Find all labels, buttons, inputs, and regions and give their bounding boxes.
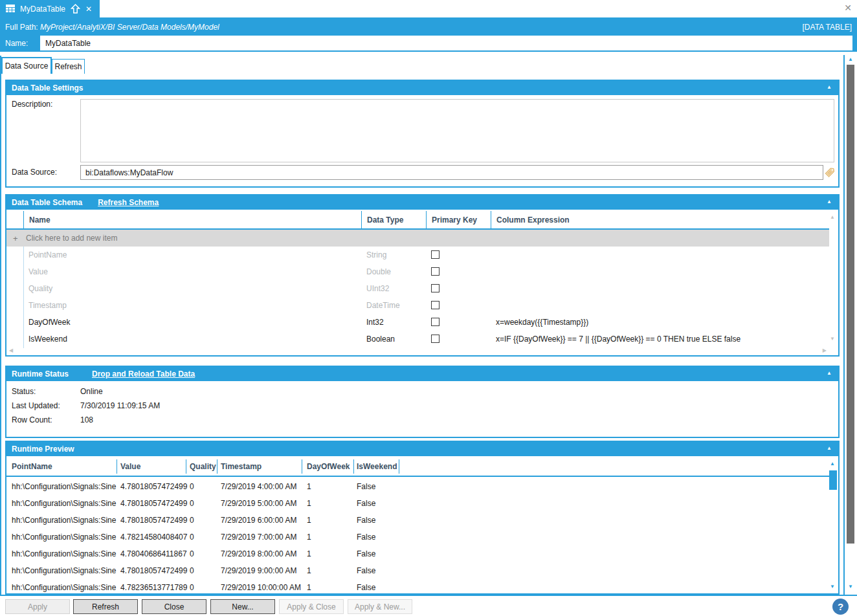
drop-and-reload-link[interactable]: Drop and Reload Table Data <box>92 369 195 379</box>
schema-row-timestamp[interactable]: Timestamp DateTime <box>6 297 829 314</box>
schema-col-expression: Column Expression <box>491 211 829 228</box>
primary-key-checkbox[interactable] <box>431 318 440 326</box>
schema-row-quality[interactable]: Quality UInt32 <box>6 280 829 297</box>
scroll-up-icon[interactable]: ▲ <box>830 215 835 220</box>
preview-col-isweekend: IsWeekend <box>357 457 397 476</box>
schema-col-primary-key: Primary Key <box>426 211 491 228</box>
apply-button: Apply <box>5 599 70 614</box>
scroll-up-icon[interactable]: ▲ <box>830 461 835 467</box>
last-updated-value: 7/30/2019 11:09:15 AM <box>80 401 160 410</box>
full-path-value: MyProject/AnalytiX/BI Server/Data Models… <box>40 23 219 32</box>
collapse-icon[interactable]: ▲ <box>827 446 832 451</box>
document-tab-title: MyDataTable <box>20 5 65 14</box>
full-path-label: Full Path: <box>5 23 38 32</box>
primary-key-checkbox[interactable] <box>431 250 440 259</box>
preview-row: hh:\Configuration\Signals:Sine4.78018057… <box>6 495 831 512</box>
section-data-table-settings: Data Table Settings ▲ Description: Data … <box>5 80 840 188</box>
collapse-icon[interactable]: ▲ <box>827 85 832 90</box>
schema-row-isweekend[interactable]: IsWeekend Boolean x=IF {{DayOfWeek}} == … <box>6 331 829 347</box>
section-runtime-status: Runtime Status Drop and Reload Table Dat… <box>5 366 840 438</box>
preview-col-value: Value <box>120 457 140 476</box>
preview-row: hh:\Configuration\Signals:Sine4.78018057… <box>6 478 831 495</box>
footer-button-bar: Apply Refresh Close New... Apply & Close… <box>0 595 857 616</box>
collapse-icon[interactable]: ▲ <box>827 371 832 376</box>
last-updated-label: Last Updated: <box>12 401 60 410</box>
name-label: Name: <box>5 39 28 48</box>
status-label: Status: <box>12 387 36 396</box>
scroll-left-icon[interactable]: ◀ <box>9 348 13 353</box>
tab-refresh-label: Refresh <box>54 62 82 71</box>
row-count-label: Row Count: <box>12 415 52 424</box>
data-source-label: Data Source: <box>12 168 57 177</box>
row-count-value: 108 <box>80 415 93 424</box>
status-section-title: Runtime Status <box>12 369 69 379</box>
tab-data-source[interactable]: Data Source <box>1 57 52 74</box>
data-source-input[interactable] <box>80 165 823 180</box>
preview-row: hh:\Configuration\Signals:Sine4.78236513… <box>6 579 831 595</box>
primary-key-checkbox[interactable] <box>431 284 440 292</box>
schema-section-title: Data Table Schema <box>12 198 82 207</box>
preview-col-pointname: PointName <box>12 457 52 476</box>
help-icon[interactable]: ? <box>832 599 849 615</box>
preview-section-header: Runtime Preview ▲ <box>6 442 838 456</box>
scroll-right-icon[interactable]: ▶ <box>823 348 827 353</box>
scroll-down-icon[interactable]: ▼ <box>830 336 835 342</box>
preview-row: hh:\Configuration\Signals:Sine4.78214580… <box>6 529 831 545</box>
scroll-down-icon[interactable]: ▼ <box>830 584 835 589</box>
collapse-icon[interactable]: ▲ <box>827 199 832 204</box>
section-data-table-schema: Data Table Schema Refresh Schema ▲ Name … <box>5 194 840 357</box>
document-tabstrip: MyDataTable ✕ ✕ <box>0 0 857 17</box>
header-band: Full Path: MyProject/AnalytiX/BI Server/… <box>0 17 857 52</box>
tag-browse-icon[interactable] <box>824 166 836 180</box>
primary-key-checkbox[interactable] <box>431 267 440 276</box>
new-button[interactable]: New... <box>210 599 275 614</box>
add-new-item-row[interactable]: + Click here to add new item <box>6 230 829 247</box>
primary-key-checkbox[interactable] <box>431 301 440 309</box>
add-new-item-label: Click here to add new item <box>26 234 117 243</box>
schema-section-header: Data Table Schema Refresh Schema ▲ <box>6 195 838 210</box>
navigate-up-icon[interactable] <box>71 4 80 14</box>
settings-section-header: Data Table Settings ▲ <box>6 81 838 95</box>
preview-col-quality: Quality <box>190 457 216 476</box>
preview-row: hh:\Configuration\Signals:Sine4.78018057… <box>6 562 831 579</box>
refresh-schema-link[interactable]: Refresh Schema <box>98 198 159 207</box>
status-section-header: Runtime Status Drop and Reload Table Dat… <box>6 367 838 381</box>
scrollbar-thumb[interactable] <box>847 65 854 544</box>
name-input[interactable] <box>40 36 852 50</box>
item-type-badge: [DATA TABLE] <box>803 23 852 32</box>
description-textarea[interactable] <box>80 99 834 162</box>
scrollbar-thumb[interactable] <box>829 470 837 490</box>
schema-col-data-type: Data Type <box>361 211 426 228</box>
preview-row: hh:\Configuration\Signals:Sine4.78018057… <box>6 512 831 529</box>
scroll-down-icon[interactable]: ▼ <box>848 584 853 589</box>
data-table-icon <box>6 5 15 13</box>
tab-close-icon[interactable]: ✕ <box>85 5 92 13</box>
preview-row: hh:\Configuration\Signals:Sine4.78040686… <box>6 545 831 562</box>
preview-table-header: PointName Value Quality Timestamp DayOfW… <box>6 457 831 477</box>
main-scrollbar[interactable]: ▲ ▼ <box>843 55 857 595</box>
scroll-up-icon[interactable]: ▲ <box>848 57 853 62</box>
window-close-icon[interactable]: ✕ <box>844 3 852 12</box>
preview-section-title: Runtime Preview <box>12 445 74 454</box>
schema-row-value[interactable]: Value Double <box>6 263 829 280</box>
tab-data-source-label: Data Source <box>5 61 49 71</box>
apply-and-new-button: Apply & New... <box>348 599 412 614</box>
settings-section-title: Data Table Settings <box>12 83 83 93</box>
preview-col-dayofweek: DayOfWeek <box>307 457 350 476</box>
schema-col-name: Name <box>23 211 361 228</box>
close-button[interactable]: Close <box>142 599 206 614</box>
plus-icon: + <box>13 234 26 243</box>
status-value: Online <box>80 387 103 396</box>
schema-table-header: Name Data Type Primary Key Column Expres… <box>6 211 829 230</box>
tab-refresh[interactable]: Refresh <box>52 59 85 74</box>
primary-key-checkbox[interactable] <box>431 335 440 343</box>
preview-col-timestamp: Timestamp <box>221 457 262 476</box>
content-left-border <box>0 56 1 595</box>
schema-row-dayofweek[interactable]: DayOfWeek Int32 x=weekday({{Timestamp}}) <box>6 314 829 331</box>
document-tab-mydatatable[interactable]: MyDataTable ✕ <box>0 0 100 17</box>
refresh-button[interactable]: Refresh <box>73 599 138 614</box>
schema-row-pointname[interactable]: PointName String <box>6 247 829 263</box>
description-label: Description: <box>12 100 52 109</box>
apply-and-close-button: Apply & Close <box>279 599 344 614</box>
section-runtime-preview: Runtime Preview ▲ PointName Value Qualit… <box>5 441 840 595</box>
